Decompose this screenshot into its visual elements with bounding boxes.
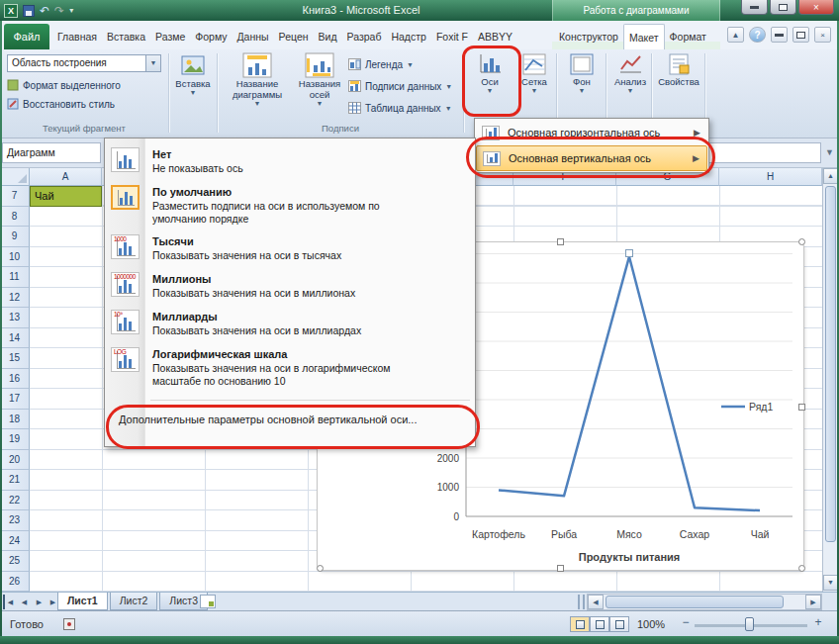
cell-a7[interactable]: Чай xyxy=(30,186,102,207)
workbook-restore-button[interactable] xyxy=(792,27,809,43)
save-icon[interactable] xyxy=(23,5,35,17)
legend-button[interactable]: Легенда▼ xyxy=(348,55,414,73)
chevron-down-icon[interactable]: ▼ xyxy=(145,55,160,71)
vertical-scrollbar-thumb[interactable] xyxy=(825,186,836,542)
chart-handle-bottom[interactable] xyxy=(557,565,564,572)
vaxis-menu-item-4[interactable]: 10⁹МиллиардыПоказывать значения на оси в… xyxy=(105,305,475,342)
ribbon-tab-1[interactable]: Вставка xyxy=(102,24,150,49)
horizontal-scrollbar[interactable]: ◀ ▶ xyxy=(587,594,822,610)
normal-view-icon[interactable] xyxy=(570,616,590,632)
page-break-view-icon[interactable] xyxy=(609,616,629,632)
sheet-tab-1[interactable]: Лист1 xyxy=(57,593,108,610)
vaxis-menu-item-0[interactable]: НетНе показывать ось xyxy=(105,142,475,180)
restore-button[interactable] xyxy=(770,0,796,15)
analysis-button[interactable]: Анализ ▼ xyxy=(608,52,652,95)
contextual-tab-0[interactable]: Конструктор xyxy=(554,24,623,49)
row-header-23[interactable]: 23 xyxy=(0,510,30,531)
minimize-button[interactable] xyxy=(741,0,768,15)
prev-sheet-icon[interactable]: ◀ xyxy=(18,595,31,609)
axis-titles-button[interactable]: Названия осей ▼ xyxy=(296,52,343,108)
data-labels-button[interactable]: Подписи данных▼ xyxy=(348,77,452,95)
plot-area-handle[interactable] xyxy=(625,249,633,257)
row-header-19[interactable]: 19 xyxy=(0,429,30,450)
chart-handle-bottom-right[interactable] xyxy=(798,565,805,572)
scroll-left-icon[interactable]: ◀ xyxy=(588,595,604,609)
contextual-tab-2[interactable]: Формат xyxy=(665,24,711,49)
insert-sheet-icon[interactable] xyxy=(200,595,216,608)
select-all-corner[interactable] xyxy=(0,168,30,186)
zoom-level[interactable]: 100% xyxy=(637,618,665,630)
row-header-20[interactable]: 20 xyxy=(0,450,30,471)
chart-handle-top-right[interactable] xyxy=(798,238,805,245)
tab-file[interactable]: Файл xyxy=(4,24,49,49)
row-header-13[interactable]: 13 xyxy=(0,308,30,328)
column-header-H[interactable]: H xyxy=(719,168,822,186)
reset-style-button[interactable]: Восстановить стиль xyxy=(7,96,161,112)
formula-bar-expand-icon[interactable]: ▼ xyxy=(823,144,836,161)
vaxis-menu-item-2[interactable]: 1000ТысячиПоказывать значения на оси в т… xyxy=(105,230,475,267)
vaxis-menu-item-3[interactable]: 1000000МиллионыПоказывать значения на ос… xyxy=(105,267,475,305)
first-sheet-icon[interactable]: ◀ xyxy=(3,595,16,609)
row-header-10[interactable]: 10 xyxy=(0,247,30,268)
ribbon-tab-8[interactable]: Надстр xyxy=(386,24,430,49)
row-header-8[interactable]: 8 xyxy=(0,207,30,228)
row-header-25[interactable]: 25 xyxy=(0,551,30,572)
row-header-24[interactable]: 24 xyxy=(0,531,30,552)
excel-logo-icon[interactable]: X xyxy=(4,4,18,18)
zoom-slider-thumb[interactable] xyxy=(745,617,754,631)
ribbon-tab-2[interactable]: Разме xyxy=(150,24,190,49)
page-layout-view-icon[interactable] xyxy=(590,616,609,632)
row-header-21[interactable]: 21 xyxy=(0,470,30,491)
row-header-15[interactable]: 15 xyxy=(0,348,30,369)
zoom-out-icon[interactable]: − xyxy=(679,615,693,630)
scroll-down-icon[interactable]: ▼ xyxy=(823,575,838,591)
row-header-22[interactable]: 22 xyxy=(0,491,30,511)
chart-handle-top[interactable] xyxy=(557,238,564,245)
ribbon-tab-4[interactable]: Данны xyxy=(233,24,274,49)
tab-splitter[interactable] xyxy=(578,595,585,609)
row-header-7[interactable]: 7 xyxy=(0,186,30,207)
workbook-minimize-button[interactable] xyxy=(771,27,788,43)
horizontal-scrollbar-thumb[interactable] xyxy=(606,596,784,608)
properties-button[interactable]: Свойства xyxy=(655,52,702,87)
undo-icon[interactable]: ↶ xyxy=(40,4,49,18)
macro-record-icon[interactable] xyxy=(63,618,75,630)
next-sheet-icon[interactable]: ▶ xyxy=(33,595,46,609)
ribbon-tab-9[interactable]: Foxit F xyxy=(431,24,473,49)
row-header-16[interactable]: 16 xyxy=(0,369,30,390)
data-table-button[interactable]: Таблица данных▼ xyxy=(348,99,452,117)
format-selection-button[interactable]: Формат выделенного xyxy=(7,77,161,93)
chart-handle-bottom-left[interactable] xyxy=(317,565,324,572)
zoom-in-icon[interactable]: + xyxy=(811,615,825,630)
collapse-ribbon-icon[interactable]: ▲ xyxy=(727,27,744,43)
row-header-18[interactable]: 18 xyxy=(0,410,30,430)
vertical-scrollbar[interactable]: ▲ ▼ xyxy=(822,168,837,592)
ribbon-tab-5[interactable]: Рецен xyxy=(274,24,314,49)
background-button[interactable]: Фон ▼ xyxy=(560,52,604,95)
row-header-26[interactable]: 26 xyxy=(0,572,30,593)
workbook-close-button[interactable]: × xyxy=(814,27,831,43)
row-header-17[interactable]: 17 xyxy=(0,389,30,410)
chart-title-button[interactable]: Название диаграммы ▼ xyxy=(223,52,292,108)
contextual-tab-1[interactable]: Макет xyxy=(623,24,665,49)
row-header-12[interactable]: 12 xyxy=(0,288,30,309)
scroll-right-icon[interactable]: ▶ xyxy=(805,595,821,609)
vaxis-menu-item-1[interactable]: По умолчаниюРазместить подписи на оси в … xyxy=(105,180,475,230)
row-header-11[interactable]: 11 xyxy=(0,267,30,288)
chart-element-selector[interactable]: Область построения ▼ xyxy=(7,54,161,72)
insert-button[interactable]: Вставка ▼ xyxy=(170,52,216,97)
scroll-up-icon[interactable]: ▲ xyxy=(823,168,838,184)
ribbon-tab-7[interactable]: Разраб xyxy=(342,24,387,49)
chart-handle-right[interactable] xyxy=(798,404,805,411)
redo-icon[interactable]: ↷ xyxy=(54,4,64,18)
row-header-14[interactable]: 14 xyxy=(0,328,30,349)
ribbon-tab-6[interactable]: Вид xyxy=(314,24,342,49)
column-header-A[interactable]: A xyxy=(30,168,102,186)
help-icon[interactable]: ? xyxy=(749,27,766,43)
name-box[interactable]: Диаграмм xyxy=(2,142,101,163)
ribbon-tab-0[interactable]: Главная xyxy=(52,24,102,49)
sheet-tab-2[interactable]: Лист2 xyxy=(110,593,158,610)
vaxis-menu-item-5[interactable]: LOGЛогарифмическая шкалаПоказывать значе… xyxy=(105,342,475,392)
ribbon-tab-3[interactable]: Форму xyxy=(190,24,232,49)
row-header-9[interactable]: 9 xyxy=(0,227,30,247)
